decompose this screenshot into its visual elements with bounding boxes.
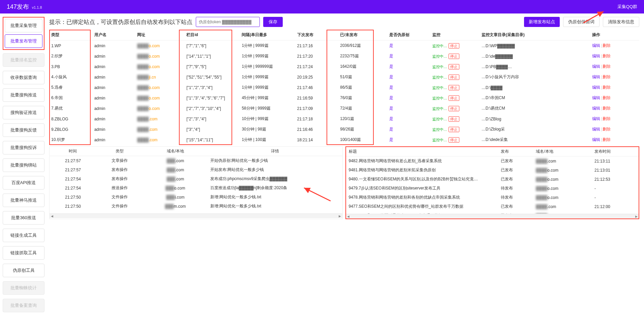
stop-button[interactable]: 停止: [449, 64, 459, 69]
list-item[interactable]: 9477.SEO和SEM之间的区别和优劣势有哪些_站群发布千万数据已发布████…: [346, 202, 639, 211]
cell-next: 21:17:16: [295, 40, 338, 51]
delete-link[interactable]: 删除: [603, 54, 611, 58]
stop-button[interactable]: 停止: [449, 75, 459, 80]
sidebar-item-sogou-verify[interactable]: 搜狗验证推送: [3, 106, 44, 119]
log-type: 文件操作: [96, 202, 143, 211]
edit-link[interactable]: 编辑: [592, 106, 600, 111]
sidebar-item-baidu-api[interactable]: 百度API推送: [3, 176, 44, 190]
cell-interval: 58分钟 | 9999篇: [240, 103, 295, 114]
list-item[interactable]: 21:27:57发布操作███.com开始发布:网站优化一般多少钱: [50, 165, 342, 174]
cell-fake: 是: [387, 61, 430, 72]
edit-link[interactable]: 编辑: [592, 54, 600, 58]
log-domain: ███.com: [143, 156, 208, 165]
qq-group-link[interactable]: 采集QQ群: [617, 4, 637, 10]
list-item[interactable]: 21:27:54发布操作███.com发布成功:phpcmscmsv9采集爬虫▓…: [50, 174, 342, 183]
delete-link[interactable]: 删除: [603, 106, 611, 111]
list-item[interactable]: 9481.网络营销与网络营销的差别米拓采集伪原创已发布████o.com21:1…: [346, 166, 639, 175]
token-input[interactable]: [196, 17, 260, 27]
list-item[interactable]: 9476.SEO和SEM的区别是什么_discuz发布千万数据已发布████.c…: [346, 211, 639, 214]
delete-link[interactable]: 删除: [603, 95, 611, 100]
delete-link[interactable]: 删除: [603, 127, 611, 132]
sidebar-item-rewrite-tool[interactable]: 伪原创工具: [3, 264, 44, 277]
table-row[interactable]: 7.易优admin████o.com["2","7","3","10","4"]…: [49, 103, 639, 114]
rlog-pub: 已发布: [498, 211, 533, 214]
edit-link[interactable]: 编辑: [592, 127, 600, 132]
list-item[interactable]: 9479.7步认清SEO和SEM的区别siteserver发布工具待发布████…: [346, 184, 639, 193]
sidebar-item-sogou-push[interactable]: 批量搜狗推送: [3, 88, 44, 102]
scroll-right-icon[interactable]: ▶: [635, 215, 638, 218]
edit-link[interactable]: 编辑: [592, 64, 600, 69]
stop-button[interactable]: 停止: [449, 85, 459, 90]
edit-link[interactable]: 编辑: [592, 43, 600, 48]
hint-row: 提示：已绑定站点，可设置伪原创后自动发布到以下站点 保存 新增发布站点 伪原创保…: [49, 17, 639, 27]
rh-time: 发布时间: [592, 147, 639, 156]
left-log-body[interactable]: 21:27:57文章操作███.com开始伪原创:网站优化一般多少钱21:27:…: [50, 156, 342, 213]
delete-link[interactable]: 删除: [603, 116, 611, 121]
table-row[interactable]: 1.WPadmin████o.com["7","1","6"]1分钟 | 999…: [49, 40, 639, 51]
list-item[interactable]: 9478.网络营销和网络营销的差别和各别的优缺点帝国采集系统待发布████o.c…: [346, 193, 639, 202]
edit-link[interactable]: 编辑: [592, 116, 600, 121]
sidebar-item-spider-stats[interactable]: 批量蜘蛛统计: [3, 281, 44, 295]
sidebar-item-beian-query[interactable]: 批量备案查询: [3, 299, 44, 312]
sidebar-item-rank-monitor[interactable]: 批量排名监控: [3, 53, 44, 67]
sidebar-item-sogou-feedback[interactable]: 批量搜狗反馈: [3, 123, 44, 137]
table-row[interactable]: 4.小旋风admin████ji.cn["52","51","54","55"]…: [49, 72, 639, 82]
edit-link[interactable]: 编辑: [592, 137, 600, 142]
cell-fake: 是: [387, 135, 430, 145]
stop-button[interactable]: 停止: [449, 116, 459, 122]
table-row[interactable]: 6.帝国admin████o.com["1","3","4","5","6","…: [49, 93, 639, 103]
list-item[interactable]: 9482.网络营销与网络营销有差么差别_迅睿采集系统已发布████.com21:…: [346, 156, 639, 166]
table-row[interactable]: 2.织梦admin████o.com["14","11","1"]1分钟 | 9…: [49, 51, 639, 61]
scroll-right-icon[interactable]: ▶: [338, 214, 342, 218]
clear-info-button[interactable]: 清除发布信息: [603, 17, 639, 27]
list-item[interactable]: 21:27:54推送操作███o.com百度推送成功[la▓▓▓▓▓n]剩余额度…: [50, 183, 342, 193]
cell-interval: 1分钟 | 100篇: [240, 135, 295, 145]
delete-link[interactable]: 删除: [603, 75, 611, 79]
stop-button[interactable]: 停止: [449, 127, 459, 132]
sidebar-item-publish-manage[interactable]: 批量发布管理: [5, 34, 42, 48]
rlog-pub: 待发布: [498, 193, 533, 202]
sidebar-item-360-push[interactable]: 批量360推送: [3, 211, 44, 225]
scroll-left-icon[interactable]: ◀: [347, 215, 350, 218]
scroll-left-icon[interactable]: ◀: [50, 214, 54, 218]
add-site-button[interactable]: 新增发布站点: [524, 17, 560, 27]
save-button[interactable]: 保存: [263, 17, 283, 27]
list-item[interactable]: 21:27:50文件操作███i.com新增:网站优化一般多少钱.txt: [50, 193, 342, 202]
cell-next: 21:17:20: [295, 51, 338, 61]
cell-url: ████ji.cn: [135, 72, 184, 82]
delete-link[interactable]: 删除: [603, 137, 611, 142]
sidebar-item-link-crawl[interactable]: 链接抓取工具: [3, 246, 44, 260]
edit-link[interactable]: 编辑: [592, 85, 600, 90]
delete-link[interactable]: 删除: [603, 85, 611, 90]
keep-words-button[interactable]: 伪原创保留词: [563, 17, 600, 27]
stop-button[interactable]: 停止: [449, 54, 459, 59]
right-log-scrollbar[interactable]: ◀ ▶: [346, 214, 639, 219]
sidebar-item-link-gen[interactable]: 链接生成工具: [3, 229, 44, 242]
edit-link[interactable]: 编辑: [592, 75, 600, 79]
left-log-scrollbar[interactable]: ◀ ▶: [50, 213, 342, 218]
delete-link[interactable]: 删除: [603, 64, 611, 69]
right-log-body[interactable]: 9482.网络营销与网络营销有差么差别_迅睿采集系统已发布████.com21:…: [346, 156, 639, 214]
table-row[interactable]: 10.织梦admin████.com["15","14","11"]1分钟 | …: [49, 135, 639, 145]
delete-link[interactable]: 删除: [603, 43, 611, 48]
stop-button[interactable]: 停止: [449, 106, 459, 111]
sidebar-item-collect-manage[interactable]: 批量采集管理: [5, 19, 42, 32]
sidebar-item-shenma-push[interactable]: 批量神马推送: [3, 194, 44, 207]
table-row[interactable]: 9.ZBLOGadmin████.com["3","4"]30分钟 | 98篇2…: [49, 124, 639, 135]
cell-url: ████o.com: [135, 40, 184, 51]
table-row[interactable]: 3.PBadmin████o.com["7","9","5"]1分钟 | 999…: [49, 61, 639, 72]
list-item[interactable]: 21:27:57文章操作███.com开始伪原创:网站优化一般多少钱: [50, 156, 342, 165]
cell-monitor: 监控中…停止: [430, 124, 480, 135]
sidebar-item-sogou-bind[interactable]: 批量搜狗绑站: [3, 158, 44, 172]
stop-button[interactable]: 停止: [449, 95, 459, 101]
sidebar-item-index-query[interactable]: 收录数据查询: [3, 71, 44, 84]
table-row[interactable]: 5.迅睿admin████o.com["1","2","3","4"]1分钟 |…: [49, 82, 639, 93]
stop-button[interactable]: 停止: [449, 137, 459, 143]
stop-button[interactable]: 停止: [449, 43, 459, 49]
edit-link[interactable]: 编辑: [592, 95, 600, 100]
sites-table-wrap: 类型 用户名 网址 栏目id 间隔|单日最多 下次发布 已/未发布 是否伪原创 …: [49, 30, 639, 145]
list-item[interactable]: 21:27:50文件操作███m.com新增:网站优化一般多少钱.txt: [50, 202, 342, 211]
list-item[interactable]: 9480.一文看懂SEO和SEM的关系与区别,以及你的B2B外贸独立站究竟…已发…: [346, 175, 639, 184]
sidebar-item-sogou-complain[interactable]: 批量搜狗投诉: [3, 141, 44, 154]
table-row[interactable]: 8.ZBLOGadmin████.com["2","3","4"]10分钟 | …: [49, 114, 639, 124]
